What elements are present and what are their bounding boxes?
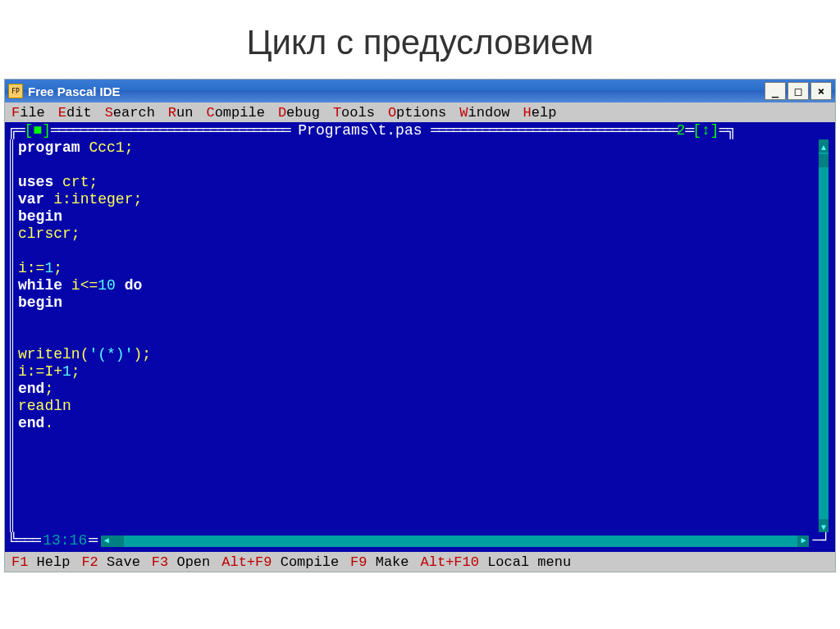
app-window: FP Free Pascal IDE _ □ × FileEditSearchR… xyxy=(4,79,836,572)
scroll-thumb-v[interactable] xyxy=(819,154,829,167)
menu-help[interactable]: Help xyxy=(523,105,557,121)
status-f1[interactable]: F1 Help xyxy=(11,554,70,570)
zoom-icon[interactable]: [↕] xyxy=(692,122,719,139)
tab-close-icon[interactable]: [■] xyxy=(25,122,51,139)
vertical-scrollbar[interactable]: ▲ ▼ xyxy=(817,139,829,532)
scroll-down-icon[interactable]: ▼ xyxy=(819,519,829,532)
status-alt-f9[interactable]: Alt+F9 Compile xyxy=(221,554,339,570)
menubar: FileEditSearchRunCompileDebugToolsOption… xyxy=(5,103,835,122)
window-title: Free Pascal IDE xyxy=(28,84,765,98)
status-f9[interactable]: F9 Make xyxy=(350,554,409,570)
menu-compile[interactable]: Compile xyxy=(206,105,264,121)
code-line[interactable]: end; xyxy=(18,381,817,398)
code-line[interactable] xyxy=(18,157,817,174)
code-line[interactable]: end. xyxy=(18,415,817,432)
maximize-button[interactable]: □ xyxy=(788,82,809,100)
scroll-right-icon[interactable]: ► xyxy=(797,536,809,547)
code-line[interactable] xyxy=(18,329,817,346)
editor-area: ╔═[■]═════════════════════════════════ P… xyxy=(5,122,835,552)
code-line[interactable]: begin xyxy=(18,294,817,312)
code-line[interactable]: i:=I+1; xyxy=(18,363,817,381)
code-line[interactable]: uses crt; xyxy=(18,174,817,191)
code-line[interactable]: clrscr; xyxy=(18,226,817,243)
code-line[interactable] xyxy=(18,243,817,260)
code-line[interactable] xyxy=(18,312,817,329)
menu-file[interactable]: File xyxy=(11,105,45,121)
menu-window[interactable]: Window xyxy=(459,105,509,121)
titlebar[interactable]: FP Free Pascal IDE _ □ × xyxy=(5,80,835,103)
close-button[interactable]: × xyxy=(810,82,832,100)
app-icon: FP xyxy=(8,84,23,98)
editor-frame-bottom: ╚══ ═ 13:16 ═ ◄ ► ─┘ xyxy=(8,532,832,549)
menu-edit[interactable]: Edit xyxy=(58,105,92,121)
frame-left xyxy=(8,139,18,532)
minimize-button[interactable]: _ xyxy=(765,82,786,100)
menu-search[interactable]: Search xyxy=(105,105,155,121)
horizontal-scrollbar[interactable]: ◄ ► xyxy=(101,536,809,547)
menu-run[interactable]: Run xyxy=(168,105,194,121)
code-line[interactable]: readln xyxy=(18,398,817,415)
scroll-up-icon[interactable]: ▲ xyxy=(819,139,829,153)
status-f3[interactable]: F3 Open xyxy=(152,554,210,570)
resize-corner-icon[interactable]: ─┘ xyxy=(812,532,832,549)
editor-filename: Programs\t.pas xyxy=(298,122,422,139)
code-line[interactable]: program Ccc1; xyxy=(18,139,817,157)
status-alt-f10[interactable]: Alt+F10 Local menu xyxy=(421,554,572,570)
statusbar: F1 HelpF2 SaveF3 OpenAlt+F9 CompileF9 Ma… xyxy=(5,552,835,572)
code-editor[interactable]: program Ccc1; uses crt;var i:integer;beg… xyxy=(18,139,817,532)
scroll-left-icon[interactable]: ◄ xyxy=(101,536,112,547)
menu-options[interactable]: Options xyxy=(388,105,446,121)
window-controls: _ □ × xyxy=(765,82,832,100)
code-line[interactable]: begin xyxy=(18,208,817,226)
code-line[interactable]: while i<=10 do xyxy=(18,277,817,294)
cursor-position: 13:16 xyxy=(41,532,89,549)
code-line[interactable]: i:=1; xyxy=(18,260,817,277)
window-number: 2 xyxy=(677,122,686,139)
slide-title: Цикл с предусловием xyxy=(0,0,840,79)
status-f2[interactable]: F2 Save xyxy=(81,554,139,570)
code-line[interactable]: writeln('(*)'); xyxy=(18,346,817,363)
code-line[interactable]: var i:integer; xyxy=(18,191,817,208)
menu-debug[interactable]: Debug xyxy=(278,105,320,121)
menu-tools[interactable]: Tools xyxy=(333,105,375,121)
editor-frame-top: ╔═[■]═════════════════════════════════ P… xyxy=(8,122,832,139)
scroll-thumb-h[interactable] xyxy=(112,536,124,547)
